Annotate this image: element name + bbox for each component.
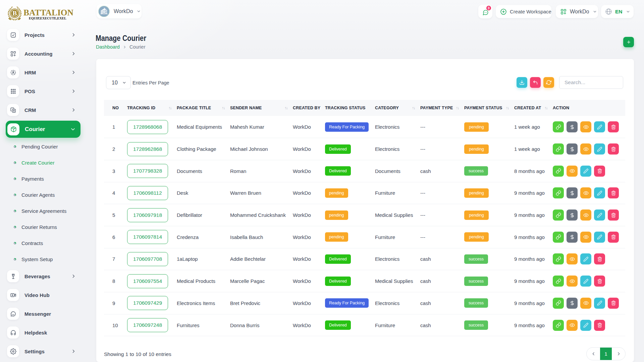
svg-text:B: B: [12, 10, 17, 17]
svg-text:EQUIP,EXECUTE,EXEL: EQUIP,EXECUTE,EXEL: [29, 16, 66, 20]
svg-text:BATTALION: BATTALION: [23, 8, 73, 17]
